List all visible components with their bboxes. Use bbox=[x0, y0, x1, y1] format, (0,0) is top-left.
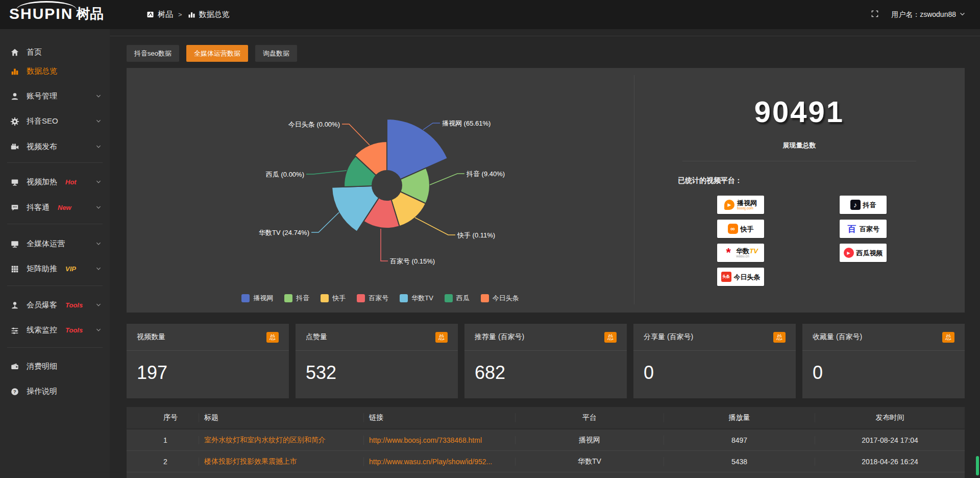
username-label: 用户名：zswodun88 bbox=[891, 10, 956, 19]
total-badge: 总 bbox=[604, 332, 617, 343]
sidebar-item-label: 首页 bbox=[27, 47, 42, 57]
topbar-right: 用户名：zswodun88 bbox=[871, 0, 966, 29]
pie-label-line-西瓜 bbox=[306, 171, 347, 174]
user-menu[interactable]: 用户名：zswodun88 bbox=[891, 10, 966, 19]
breadcrumb-item-1[interactable]: 树品 bbox=[146, 10, 173, 19]
cell-title-link[interactable]: 楼体投影灯投影效果震撼上市 bbox=[199, 457, 364, 466]
legend-item-今日头条[interactable]: 今日头条 bbox=[481, 294, 519, 303]
sidebar-item-label: 抖音SEO bbox=[27, 116, 58, 126]
tab-2[interactable]: 全媒体运营数据 bbox=[186, 45, 248, 62]
cell-platform: 华数TV bbox=[516, 457, 664, 466]
platforms-title: 已统计的视频平台： bbox=[678, 176, 742, 185]
cell-url-link[interactable]: http://www.boosj.com/7338468.html bbox=[364, 436, 516, 444]
sidebar-item-matrix-boost[interactable]: 矩阵助推VIP bbox=[0, 258, 110, 279]
sidebar-item-label: 会员爆客 bbox=[27, 300, 57, 310]
platform-name: 华数TV bbox=[736, 248, 758, 254]
logo[interactable]: SHUPIN 树品 bbox=[9, 5, 104, 22]
sidebar-item-badge: Tools bbox=[65, 326, 83, 334]
sidebar-item-douyin-seo[interactable]: 抖音SEO bbox=[0, 111, 110, 132]
xigua-logo: ▶ bbox=[844, 248, 854, 258]
legend-item-播视网[interactable]: 播视网 bbox=[241, 294, 273, 303]
logo-arc bbox=[16, 1, 77, 10]
stat-card-label: 推荐量 (百家号) bbox=[475, 332, 524, 342]
sidebar-divider bbox=[7, 347, 103, 348]
sliders-icon bbox=[10, 326, 19, 335]
sidebar-item-label: 视频发布 bbox=[27, 142, 57, 152]
sidebar-item-media-operation[interactable]: 全媒体运营 bbox=[0, 233, 110, 254]
sidebar-item-label: 线索监控 bbox=[27, 325, 57, 335]
table-row-partial bbox=[127, 472, 965, 478]
kuaishou-logo: ∞ bbox=[728, 224, 738, 234]
question-icon: ? bbox=[10, 387, 19, 396]
fullscreen-icon[interactable] bbox=[871, 10, 879, 19]
total-impressions-value: 90491 bbox=[634, 94, 965, 129]
chevron-down-icon bbox=[95, 301, 102, 309]
svg-text:?: ? bbox=[13, 389, 16, 394]
sidebar-item-member-baoke[interactable]: 会员爆客Tools bbox=[0, 295, 110, 316]
screen-icon bbox=[10, 178, 19, 187]
legend-item-快手[interactable]: 快手 bbox=[321, 294, 346, 303]
pie-label-line-百家号 bbox=[381, 229, 388, 261]
cell-title-link[interactable]: 室外水纹灯和室内水纹灯的区别和简介 bbox=[199, 436, 364, 445]
platform-badge-抖音: ♪抖音 bbox=[840, 196, 887, 214]
chart-icon bbox=[187, 10, 196, 19]
sidebar-item-home[interactable]: 首页 bbox=[0, 42, 110, 63]
header-time: 发布时间 bbox=[815, 413, 965, 422]
sidebar-item-label: 全媒体运营 bbox=[27, 239, 65, 249]
cell-url-link[interactable]: http://www.wasu.cn/Play/show/id/952... bbox=[364, 458, 516, 466]
stat-card-4: 分享量 (百家号)总0 bbox=[633, 324, 796, 398]
tab-bar: 抖音seo数据全媒体运营数据询盘数据 bbox=[127, 45, 297, 62]
sidebar-item-badge: New bbox=[58, 204, 71, 211]
sidebar-item-douketong[interactable]: 抖客通New bbox=[0, 197, 110, 218]
total-badge: 总 bbox=[773, 332, 786, 343]
sidebar-item-video-publish[interactable]: 视频发布 bbox=[0, 136, 110, 157]
tab-1[interactable]: 抖音seo数据 bbox=[127, 45, 179, 62]
legend-label: 抖音 bbox=[296, 294, 309, 303]
baijiahao-logo: 百 bbox=[847, 224, 857, 234]
platform-name: 抖音 bbox=[863, 202, 876, 208]
stat-card-header: 推荐量 (百家号)总 bbox=[464, 324, 627, 351]
stat-card-label: 分享量 (百家号) bbox=[644, 332, 693, 342]
legend-item-抖音[interactable]: 抖音 bbox=[284, 294, 309, 303]
breadcrumb-item-2[interactable]: 数据总览 bbox=[187, 10, 230, 19]
pie-label-今日头条: 今日头条 (0.00%) bbox=[288, 121, 340, 128]
pie-label-line-快手 bbox=[415, 218, 455, 235]
sidebar-item-video-heat[interactable]: 视频加热Hot bbox=[0, 172, 110, 193]
cell-platform: 播视网 bbox=[516, 436, 664, 445]
legend-label: 快手 bbox=[332, 294, 346, 303]
header-title: 标题 bbox=[199, 413, 364, 422]
legend-item-西瓜[interactable]: 西瓜 bbox=[445, 294, 470, 303]
app-root: SHUPIN 树品 树品>数据总览 用户名：zswodun88 首页数据总览账号… bbox=[0, 0, 980, 478]
total-badge: 总 bbox=[942, 332, 954, 343]
platform-name: 播视网 bbox=[737, 200, 757, 206]
total-badge: 总 bbox=[266, 332, 279, 343]
sidebar-item-account-manage[interactable]: 账号管理 bbox=[0, 86, 110, 107]
sidebar-item-data-overview[interactable]: 数据总览 bbox=[0, 61, 110, 82]
table-header-row: 序号标题链接平台播放量发布时间 bbox=[127, 407, 965, 429]
sidebar-item-clue-monitor[interactable]: 线索监控Tools bbox=[0, 320, 110, 341]
scrollbar-thumb[interactable] bbox=[976, 456, 979, 475]
pie-label-抖音: 抖音 (9.40%) bbox=[466, 170, 505, 178]
platform-badge-今日头条: 头条今日头条 bbox=[717, 268, 764, 286]
chevron-down-icon bbox=[95, 265, 102, 273]
sidebar-item-consume-detail[interactable]: 消费明细 bbox=[0, 356, 110, 377]
wallet-icon bbox=[10, 362, 19, 371]
legend-swatch bbox=[321, 294, 329, 302]
sidebar-divider bbox=[7, 162, 103, 163]
legend-item-百家号[interactable]: 百家号 bbox=[357, 294, 388, 303]
top-bar: SHUPIN 树品 树品>数据总览 用户名：zswodun88 bbox=[0, 0, 980, 29]
chat-icon bbox=[10, 203, 19, 212]
legend-item-华数TV[interactable]: 华数TV bbox=[400, 294, 433, 303]
platform-name: 快手 bbox=[741, 226, 754, 232]
sidebar-item-badge: VIP bbox=[65, 265, 76, 273]
legend-swatch bbox=[481, 294, 489, 302]
chevron-down-icon bbox=[95, 240, 102, 248]
chevron-down-icon bbox=[95, 203, 102, 212]
chevron-down-icon bbox=[95, 92, 102, 101]
legend-swatch bbox=[357, 294, 365, 302]
tab-3[interactable]: 询盘数据 bbox=[255, 45, 297, 62]
toutiao-logo: 头条 bbox=[721, 272, 731, 282]
sidebar-item-help[interactable]: ?操作说明 bbox=[0, 381, 110, 402]
table-row-1: 1室外水纹灯和室内水纹灯的区别和简介http://www.boosj.com/7… bbox=[127, 429, 965, 451]
pie-label-line-今日头条 bbox=[342, 124, 370, 145]
